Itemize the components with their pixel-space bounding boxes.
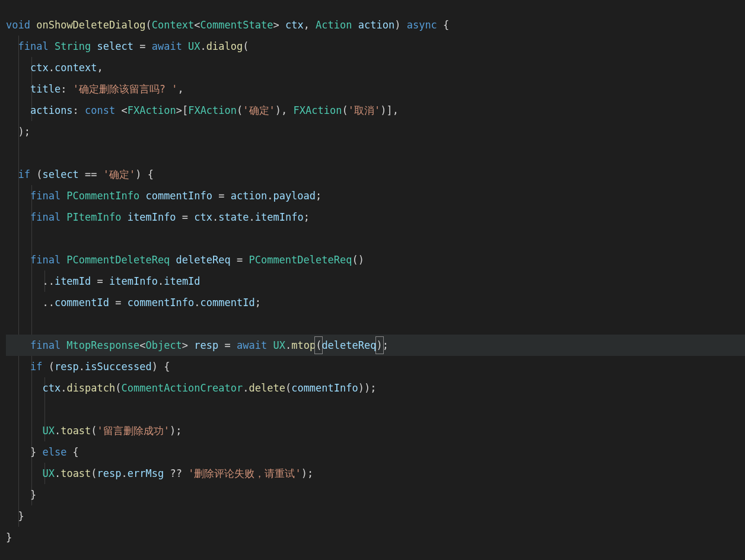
string: '留言删除成功'	[97, 422, 170, 439]
method: mtop	[291, 337, 316, 354]
code-editor[interactable]: void onShowDeleteDialog(Context<CommentS…	[6, 14, 745, 548]
code-line[interactable]: }	[6, 505, 745, 527]
string: '确定删除该留言吗? '	[73, 81, 178, 97]
string: '确定'	[103, 166, 135, 183]
type: MtopResponse	[66, 337, 139, 354]
code-line[interactable]: if (select == '确定') {	[6, 164, 745, 185]
code-line[interactable]: title: '确定删除该留言吗? ',	[6, 78, 745, 100]
type: Action	[316, 17, 352, 33]
parameter: action	[352, 17, 395, 33]
code-line[interactable]: actions: const <FXAction>[FXAction('确定')…	[6, 100, 745, 121]
code-line[interactable]: final String select = await UX.dialog(	[6, 36, 745, 57]
keyword: if	[6, 166, 36, 183]
code-line[interactable]: );	[6, 121, 745, 142]
type: String	[55, 38, 91, 55]
method: toast	[61, 465, 91, 482]
keyword: await	[237, 337, 273, 354]
keyword: final	[6, 252, 66, 268]
keyword: final	[6, 337, 66, 354]
type: PItemInfo	[66, 209, 121, 225]
class: UX	[188, 38, 200, 55]
parameter: ctx	[279, 17, 304, 33]
string: '取消'	[348, 102, 380, 119]
code-line[interactable]: final PItemInfo itemInfo = ctx.state.ite…	[6, 206, 745, 228]
type: CommentState	[200, 17, 273, 33]
type: Context	[152, 17, 195, 33]
code-line[interactable]: } else {	[6, 441, 745, 463]
method: dispatch	[66, 380, 115, 396]
code-line-empty[interactable]	[6, 313, 745, 335]
code-line[interactable]: ctx.context,	[6, 57, 745, 78]
code-line[interactable]: UX.toast(resp.errMsg ?? '删除评论失败，请重试');	[6, 463, 745, 484]
code-line-empty[interactable]	[6, 228, 745, 249]
code-line[interactable]: ctx.dispatch(CommentActionCreator.delete…	[6, 377, 745, 399]
code-line[interactable]: UX.toast('留言删除成功');	[6, 420, 745, 441]
function-name: onShowDeleteDialog	[36, 17, 145, 33]
keyword: const	[85, 102, 121, 119]
method: toast	[61, 422, 91, 439]
code-line[interactable]: }	[6, 527, 745, 548]
keyword: await	[152, 38, 188, 55]
code-line[interactable]: ..commentId = commentInfo.commentId;	[6, 292, 745, 313]
string: '确定'	[243, 102, 275, 119]
class: CommentActionCreator	[122, 380, 243, 396]
string: '删除评论失败，请重试'	[188, 465, 301, 482]
code-line[interactable]: if (resp.isSuccessed) {	[6, 356, 745, 377]
type: PCommentInfo	[66, 187, 139, 204]
code-line[interactable]: void onShowDeleteDialog(Context<CommentS…	[6, 14, 745, 36]
code-line[interactable]: }	[6, 484, 745, 505]
code-line-empty[interactable]	[6, 142, 745, 164]
type: FXAction	[128, 102, 176, 119]
keyword: async	[407, 17, 437, 33]
keyword: final	[6, 187, 66, 204]
code-line-empty[interactable]	[6, 399, 745, 420]
method: delete	[249, 380, 285, 396]
variable: select	[91, 38, 139, 55]
keyword: else	[42, 444, 66, 460]
code-line-current[interactable]: final MtopResponse<Object> resp = await …	[6, 335, 745, 356]
method: dialog	[206, 38, 243, 55]
keyword: if	[6, 358, 49, 375]
keyword: void	[6, 17, 30, 33]
code-line[interactable]: final PCommentDeleteReq deleteReq = PCom…	[6, 249, 745, 271]
code-line[interactable]: final PCommentInfo commentInfo = action.…	[6, 185, 745, 206]
keyword: final	[6, 209, 66, 225]
type: PCommentDeleteReq	[66, 252, 170, 268]
keyword: final	[6, 38, 55, 55]
code-line[interactable]: ..itemId = itemInfo.itemId	[6, 271, 745, 292]
